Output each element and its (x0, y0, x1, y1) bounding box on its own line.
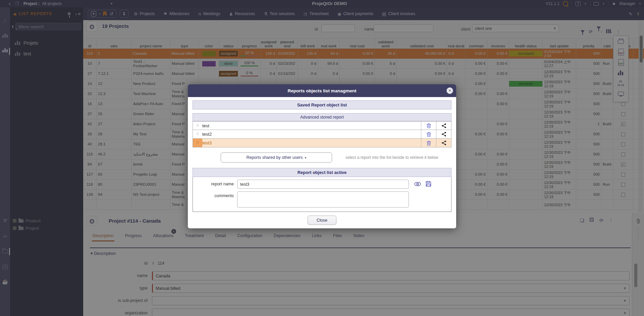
drag-handle-icon[interactable]: ⠿ (193, 130, 202, 138)
report-name-input[interactable] (237, 180, 409, 189)
report-name-label: report name (197, 180, 237, 186)
delete-report-button[interactable] (421, 139, 436, 147)
drag-handle-icon[interactable]: ⠿ (193, 122, 202, 130)
saved-reports-list: ⠿test⠿test2⠿test3 (193, 121, 451, 147)
advanced-stored-report-header: Advanced stored report (193, 113, 451, 121)
report-object-active-header: Report object list active (193, 168, 451, 177)
preview-eye-icon[interactable] (414, 182, 421, 187)
select-report-hint: select a report into the list beside to … (345, 155, 438, 160)
chevron-down-icon: ▾ (305, 156, 307, 160)
shared-reports-dropdown[interactable]: Reports shared by other users▾ (221, 152, 332, 163)
drag-handle-icon[interactable]: ⠿ (193, 139, 202, 147)
share-report-button[interactable] (436, 122, 451, 130)
report-name: test2 (202, 130, 421, 138)
reports-list-management-dialog: Reports objects list managment × Saved R… (188, 84, 456, 228)
dialog-title: Reports objects list managment (288, 88, 357, 93)
report-list-item[interactable]: ⠿test (193, 121, 451, 130)
close-button[interactable]: Close (308, 216, 336, 225)
report-list-item[interactable]: ⠿test2 (193, 130, 451, 139)
close-icon[interactable]: × (446, 87, 453, 94)
save-report-icon[interactable] (426, 181, 431, 188)
report-name: test (202, 122, 421, 130)
delete-report-button[interactable] (421, 122, 436, 130)
report-name: test3 (202, 139, 421, 147)
projeqtor-app: ‹ ❐ Project : All projects ▼ ProjeQtOr D… (0, 0, 644, 316)
saved-report-list-header: Saved Report object list (193, 100, 451, 109)
comments-textarea[interactable] (237, 191, 409, 208)
delete-report-button[interactable] (421, 130, 436, 138)
report-list-item[interactable]: ⠿test3 (193, 139, 451, 147)
share-report-button[interactable] (436, 130, 451, 138)
comments-label: comments (197, 191, 237, 198)
share-report-button[interactable] (436, 139, 451, 147)
